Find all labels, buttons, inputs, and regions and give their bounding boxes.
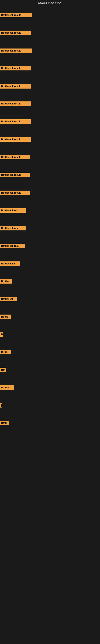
bar-row-10: Bottleneck result <box>0 173 30 178</box>
bar-row-19: B <box>0 332 3 338</box>
bottleneck-bar-19: B <box>0 332 3 337</box>
bar-row-3: Bottleneck result <box>0 48 32 54</box>
bar-row-8: Bottleneck result <box>0 137 31 142</box>
bar-row-18: Bottle <box>0 314 11 320</box>
bar-row-7: Bottleneck result <box>0 119 31 124</box>
bottleneck-bar-10: Bottleneck result <box>0 173 30 177</box>
bottleneck-bar-2: Bottleneck result <box>0 30 31 35</box>
bottleneck-bar-18: Bottle <box>0 314 11 319</box>
bottleneck-bar-24: Bottl <box>0 421 9 425</box>
bar-row-20: Bottle <box>0 350 11 355</box>
bottleneck-bar-5: Bottleneck result <box>0 84 31 88</box>
bottleneck-bar-22: Bottlen <box>0 386 14 390</box>
bar-row-9: Bottleneck result <box>0 155 30 160</box>
site-title: TheBottlenecker.com <box>0 0 100 6</box>
bottleneck-bar-7: Bottleneck result <box>0 119 31 124</box>
bottleneck-bar-15: Bottleneck r <box>0 262 20 266</box>
bottleneck-bar-8: Bottleneck result <box>0 137 31 142</box>
bar-row-16: Bottler <box>0 279 12 284</box>
bar-row-13: Bottleneck resu <box>0 226 26 231</box>
bar-row-15: Bottleneck r <box>0 262 20 267</box>
bottleneck-bar-17: Bottleneck <box>0 297 17 301</box>
bottleneck-bar-4: Bottleneck result <box>0 66 31 70</box>
bar-row-4: Bottleneck result <box>0 66 31 71</box>
bar-row-12: Bottleneck resu <box>0 208 26 214</box>
bottleneck-bar-20: Bottle <box>0 350 11 354</box>
bar-row-1: Bottleneck result <box>0 13 32 18</box>
bottleneck-bar-12: Bottleneck resu <box>0 208 26 213</box>
bar-row-14: Bottleneck resu <box>0 244 25 249</box>
bar-row-5: Bottleneck result <box>0 84 31 89</box>
bottleneck-bar-13: Bottleneck resu <box>0 226 26 230</box>
bottleneck-bar-3: Bottleneck result <box>0 48 32 53</box>
bottleneck-bar-21: Bot <box>0 368 6 372</box>
bar-row-23: | <box>0 403 2 408</box>
bar-row-24: Bottl <box>0 421 9 426</box>
bottleneck-bar-11: Bottleneck result <box>0 190 30 195</box>
bottleneck-bar-9: Bottleneck result <box>0 155 30 160</box>
bar-row-17: Bottleneck <box>0 297 17 302</box>
bottleneck-bar-1: Bottleneck result <box>0 13 32 17</box>
bar-row-21: Bot <box>0 368 6 373</box>
bar-row-11: Bottleneck result <box>0 190 30 196</box>
bar-row-6: Bottleneck result <box>0 102 31 107</box>
bottleneck-bar-6: Bottleneck result <box>0 102 31 106</box>
bottleneck-bar-23: | <box>0 403 2 408</box>
bar-row-2: Bottleneck result <box>0 30 31 36</box>
bottleneck-bar-14: Bottleneck resu <box>0 244 25 248</box>
bar-row-22: Bottlen <box>0 386 14 391</box>
bottleneck-bar-16: Bottler <box>0 279 12 284</box>
